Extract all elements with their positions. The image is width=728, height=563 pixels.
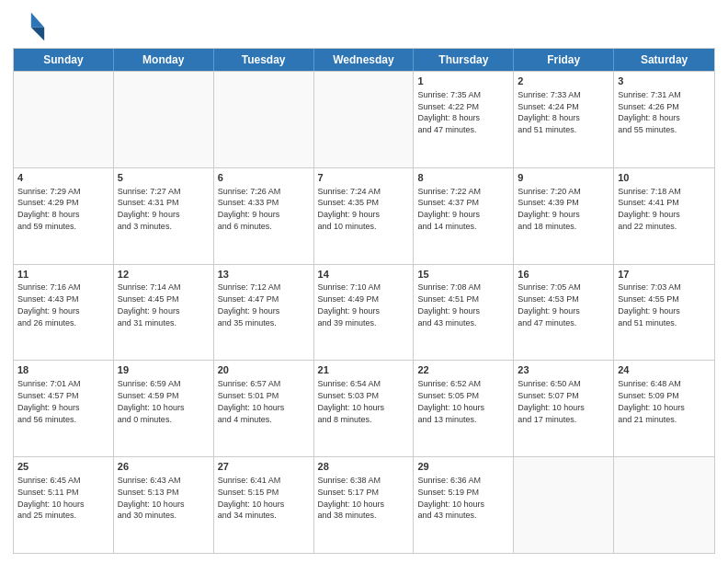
calendar-cell: 12Sunrise: 7:14 AM Sunset: 4:45 PM Dayli… (114, 265, 214, 361)
day-info: Sunrise: 7:14 AM Sunset: 4:45 PM Dayligh… (118, 282, 181, 327)
calendar-cell: 2Sunrise: 7:33 AM Sunset: 4:24 PM Daylig… (514, 72, 614, 167)
day-info: Sunrise: 7:01 AM Sunset: 4:57 PM Dayligh… (17, 379, 81, 423)
calendar-cell: 13Sunrise: 7:12 AM Sunset: 4:47 PM Dayli… (214, 265, 314, 361)
day-info: Sunrise: 6:59 AM Sunset: 4:59 PM Dayligh… (118, 379, 185, 423)
day-info: Sunrise: 6:57 AM Sunset: 5:01 PM Dayligh… (218, 379, 285, 423)
day-info: Sunrise: 7:18 AM Sunset: 4:41 PM Dayligh… (618, 187, 681, 231)
day-number: 14 (318, 268, 410, 282)
calendar-cell: 29Sunrise: 6:36 AM Sunset: 5:19 PM Dayli… (414, 457, 514, 553)
day-info: Sunrise: 6:45 AM Sunset: 5:11 PM Dayligh… (17, 476, 85, 520)
day-number: 19 (118, 363, 210, 377)
day-number: 11 (17, 268, 109, 282)
calendar-cell (614, 457, 714, 553)
day-number: 3 (618, 75, 711, 88)
day-number: 1 (417, 75, 509, 88)
calendar-week: 4Sunrise: 7:29 AM Sunset: 4:29 PM Daylig… (14, 167, 714, 264)
day-number: 2 (518, 75, 609, 88)
weekday-header: Friday (514, 49, 614, 71)
day-info: Sunrise: 7:03 AM Sunset: 4:55 PM Dayligh… (618, 282, 681, 327)
day-info: Sunrise: 7:33 AM Sunset: 4:24 PM Dayligh… (518, 90, 581, 134)
weekday-header: Thursday (414, 49, 514, 71)
svg-marker-1 (31, 28, 44, 40)
day-number: 28 (318, 460, 410, 474)
day-number: 25 (17, 460, 109, 474)
logo (13, 9, 50, 42)
weekday-header: Monday (114, 49, 214, 71)
day-number: 17 (618, 268, 711, 282)
day-info: Sunrise: 7:27 AM Sunset: 4:31 PM Dayligh… (118, 187, 181, 231)
day-number: 23 (518, 363, 609, 377)
day-info: Sunrise: 7:10 AM Sunset: 4:49 PM Dayligh… (318, 282, 381, 327)
calendar-cell: 28Sunrise: 6:38 AM Sunset: 5:17 PM Dayli… (314, 457, 415, 553)
calendar-cell: 8Sunrise: 7:22 AM Sunset: 4:37 PM Daylig… (414, 168, 514, 264)
day-number: 26 (118, 460, 210, 474)
svg-marker-0 (31, 13, 44, 28)
day-info: Sunrise: 7:22 AM Sunset: 4:37 PM Dayligh… (417, 187, 481, 231)
day-info: Sunrise: 6:41 AM Sunset: 5:15 PM Dayligh… (218, 476, 285, 520)
day-info: Sunrise: 6:36 AM Sunset: 5:19 PM Dayligh… (417, 476, 484, 520)
day-number: 12 (118, 268, 210, 282)
day-info: Sunrise: 7:20 AM Sunset: 4:39 PM Dayligh… (518, 187, 581, 231)
day-number: 27 (218, 460, 310, 474)
day-info: Sunrise: 7:12 AM Sunset: 4:47 PM Dayligh… (218, 282, 281, 327)
day-number: 9 (518, 171, 609, 185)
weekday-header: Wednesday (314, 49, 415, 71)
day-number: 22 (417, 363, 509, 377)
calendar-cell: 3Sunrise: 7:31 AM Sunset: 4:26 PM Daylig… (614, 72, 714, 167)
day-number: 21 (318, 363, 410, 377)
calendar-cell (114, 72, 214, 167)
day-info: Sunrise: 7:31 AM Sunset: 4:26 PM Dayligh… (618, 90, 681, 134)
calendar-cell: 10Sunrise: 7:18 AM Sunset: 4:41 PM Dayli… (614, 168, 714, 264)
calendar-cell: 20Sunrise: 6:57 AM Sunset: 5:01 PM Dayli… (214, 361, 314, 456)
day-number: 29 (417, 460, 509, 474)
day-info: Sunrise: 7:35 AM Sunset: 4:22 PM Dayligh… (417, 90, 481, 134)
calendar-cell: 11Sunrise: 7:16 AM Sunset: 4:43 PM Dayli… (14, 265, 114, 361)
calendar-cell: 6Sunrise: 7:26 AM Sunset: 4:33 PM Daylig… (214, 168, 314, 264)
calendar-cell: 24Sunrise: 6:48 AM Sunset: 5:09 PM Dayli… (614, 361, 714, 456)
day-info: Sunrise: 7:24 AM Sunset: 4:35 PM Dayligh… (318, 187, 381, 231)
calendar-cell (14, 72, 114, 167)
calendar-week: 11Sunrise: 7:16 AM Sunset: 4:43 PM Dayli… (14, 264, 714, 361)
day-number: 15 (417, 268, 509, 282)
calendar-cell: 16Sunrise: 7:05 AM Sunset: 4:53 PM Dayli… (514, 265, 614, 361)
day-number: 5 (118, 171, 210, 185)
calendar-header: SundayMondayTuesdayWednesdayThursdayFrid… (14, 49, 714, 71)
day-number: 8 (417, 171, 509, 185)
weekday-header: Saturday (614, 49, 714, 71)
logo-icon (13, 9, 46, 42)
day-info: Sunrise: 6:50 AM Sunset: 5:07 PM Dayligh… (518, 379, 585, 423)
day-info: Sunrise: 7:26 AM Sunset: 4:33 PM Dayligh… (218, 187, 281, 231)
day-number: 7 (318, 171, 410, 185)
calendar-cell: 9Sunrise: 7:20 AM Sunset: 4:39 PM Daylig… (514, 168, 614, 264)
calendar-cell: 17Sunrise: 7:03 AM Sunset: 4:55 PM Dayli… (614, 265, 714, 361)
day-info: Sunrise: 6:52 AM Sunset: 5:05 PM Dayligh… (417, 379, 484, 423)
calendar-cell: 18Sunrise: 7:01 AM Sunset: 4:57 PM Dayli… (14, 361, 114, 456)
calendar-cell (314, 72, 415, 167)
day-number: 13 (218, 268, 310, 282)
calendar-cell (514, 457, 614, 553)
day-info: Sunrise: 6:48 AM Sunset: 5:09 PM Dayligh… (618, 379, 685, 423)
calendar-cell: 15Sunrise: 7:08 AM Sunset: 4:51 PM Dayli… (414, 265, 514, 361)
day-info: Sunrise: 7:05 AM Sunset: 4:53 PM Dayligh… (518, 282, 581, 327)
calendar-cell: 23Sunrise: 6:50 AM Sunset: 5:07 PM Dayli… (514, 361, 614, 456)
day-info: Sunrise: 7:29 AM Sunset: 4:29 PM Dayligh… (17, 187, 81, 231)
day-info: Sunrise: 6:54 AM Sunset: 5:03 PM Dayligh… (318, 379, 385, 423)
calendar-cell: 21Sunrise: 6:54 AM Sunset: 5:03 PM Dayli… (314, 361, 415, 456)
day-number: 6 (218, 171, 310, 185)
calendar-cell: 26Sunrise: 6:43 AM Sunset: 5:13 PM Dayli… (114, 457, 214, 553)
calendar-week: 1Sunrise: 7:35 AM Sunset: 4:22 PM Daylig… (14, 71, 714, 167)
day-number: 4 (17, 171, 109, 185)
day-info: Sunrise: 7:16 AM Sunset: 4:43 PM Dayligh… (17, 282, 81, 327)
day-number: 24 (618, 363, 711, 377)
calendar-cell (214, 72, 314, 167)
calendar-week: 25Sunrise: 6:45 AM Sunset: 5:11 PM Dayli… (14, 456, 714, 553)
weekday-header: Tuesday (214, 49, 314, 71)
calendar-cell: 14Sunrise: 7:10 AM Sunset: 4:49 PM Dayli… (314, 265, 415, 361)
day-info: Sunrise: 6:38 AM Sunset: 5:17 PM Dayligh… (318, 476, 385, 520)
calendar-cell: 5Sunrise: 7:27 AM Sunset: 4:31 PM Daylig… (114, 168, 214, 264)
day-info: Sunrise: 6:43 AM Sunset: 5:13 PM Dayligh… (118, 476, 185, 520)
calendar-cell: 27Sunrise: 6:41 AM Sunset: 5:15 PM Dayli… (214, 457, 314, 553)
calendar-week: 18Sunrise: 7:01 AM Sunset: 4:57 PM Dayli… (14, 360, 714, 456)
calendar: SundayMondayTuesdayWednesdayThursdayFrid… (13, 48, 715, 554)
calendar-cell: 1Sunrise: 7:35 AM Sunset: 4:22 PM Daylig… (414, 72, 514, 167)
